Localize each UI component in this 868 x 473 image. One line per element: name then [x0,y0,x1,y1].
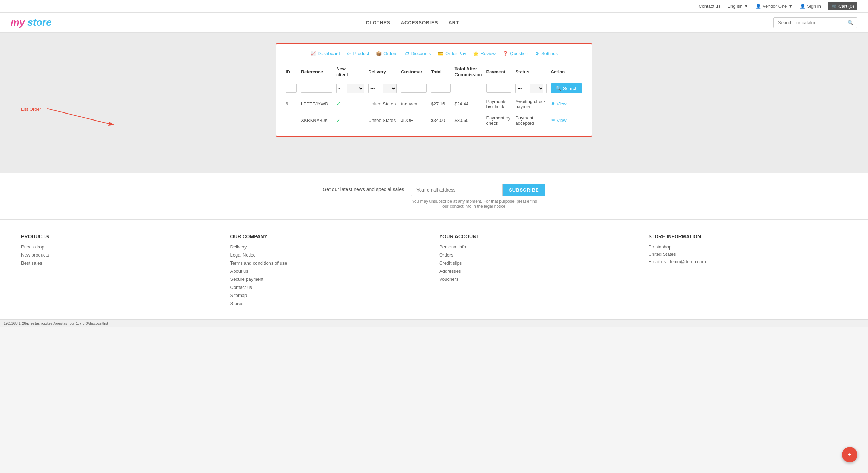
newsletter-email-input[interactable] [411,184,503,196]
cart-button[interactable]: 🛒 Cart (0) [828,2,857,10]
url-text: 192.168.1.26/prestashop/test/prestashop_… [4,321,108,325]
filter-customer-input[interactable] [401,84,427,93]
footer-personal-info[interactable]: Personal info [439,244,638,250]
row1-view-link[interactable]: 👁 View [551,101,582,106]
footer-best-sales[interactable]: Best sales [21,260,220,266]
subscribe-button[interactable]: SUBSCRIBE [503,184,545,196]
row1-payment: Payments by check [484,96,513,112]
footer-credit-slips[interactable]: Credit slips [439,260,638,266]
top-bar: Contact us English ▼ 👤 Vendor One ▼ 👤 Si… [0,0,868,13]
filter-delivery-input[interactable] [369,84,383,92]
footer-sitemap[interactable]: Sitemap [230,293,429,298]
table-row: 1 XKBKNABJK ✓ United States JDOE $34.00 … [283,112,585,129]
newsletter-inner: Get our latest news and special sales SU… [11,184,857,209]
row1-action: 👁 View [549,96,585,112]
orders-table: ID Reference Newclient Delivery Customer… [283,63,585,129]
newsletter-note: You may unsubscribe at any moment. For t… [411,199,538,209]
row1-new-client: ✓ [334,96,366,112]
footer-terms[interactable]: Terms and conditions of use [230,260,429,266]
filter-status-wrapper: --- [515,84,546,93]
col-action: Action [549,63,585,81]
filter-status-input[interactable] [516,84,530,92]
language-selector[interactable]: English ▼ [727,4,748,9]
filter-total-input[interactable] [431,84,450,93]
filter-id-input[interactable] [286,84,297,93]
filter-reference-input[interactable] [301,84,332,93]
search-input[interactable] [774,18,844,28]
newsletter-text: Get our latest news and special sales [323,184,404,192]
row1-customer: tnguyen [399,96,429,112]
list-order-annotation: List Order [21,106,41,112]
col-id: ID [283,63,299,81]
logo-store: store [25,17,51,28]
filter-id-cell [283,81,299,96]
header: my store CLOTHES ACCESSORIES ART 🔍 [0,13,868,33]
nav-accessories[interactable]: ACCESSORIES [401,20,438,25]
logo[interactable]: my store [11,17,52,28]
row2-commission: $30.60 [453,112,484,129]
filter-new-client-select[interactable]: -YesNo [347,84,364,93]
row2-payment: Payment by check [484,112,513,129]
newsletter-section: Get our latest news and special sales SU… [0,173,868,219]
row2-total: $34.00 [429,112,452,129]
footer-store-location: United States [649,252,847,257]
footer-contact-us[interactable]: Contact us [230,285,429,290]
nav-clothes[interactable]: CLOTHES [366,20,390,25]
nav-review[interactable]: ⭐ Review [473,51,496,56]
dashboard-icon: 📈 [310,51,316,56]
footer-products: PRODUCTS Prices drop New products Best s… [21,234,220,309]
footer-stores[interactable]: Stores [230,301,429,306]
nav-orders[interactable]: 📦 Orders [376,51,397,56]
row2-new-client: ✓ [334,112,366,129]
product-icon: 🛍 [347,51,352,56]
footer-your-account-heading: YOUR ACCOUNT [439,234,638,239]
footer-delivery[interactable]: Delivery [230,244,429,250]
filter-status-select[interactable]: --- [530,84,543,93]
footer-new-products[interactable]: New products [21,252,220,258]
filter-delivery-select[interactable]: --- [383,84,396,93]
filter-new-client-input[interactable] [337,84,347,92]
footer-vouchers[interactable]: Vouchers [439,277,638,282]
col-payment: Payment [484,63,513,81]
footer-about-us[interactable]: About us [230,268,429,274]
row1-id: 6 [283,96,299,112]
footer-legal-notice[interactable]: Legal Notice [230,252,429,258]
sign-in-link[interactable]: 👤 Sign in [800,4,821,9]
logo-my: my [11,17,25,28]
footer-secure-payment[interactable]: Secure payment [230,277,429,282]
col-total: Total [429,63,452,81]
check-icon: ✓ [336,117,341,123]
row1-total: $27.16 [429,96,452,112]
nav-discounts[interactable]: 🏷 Discounts [404,51,431,56]
filter-commission-cell [453,81,484,96]
search-box: 🔍 [773,17,857,28]
nav-art[interactable]: ART [448,20,459,25]
nav-order-pay[interactable]: 💳 Order Pay [438,51,466,56]
review-icon: ⭐ [473,51,479,56]
filter-payment-input[interactable] [486,84,511,93]
search-button[interactable]: 🔍 [844,18,857,28]
nav-settings[interactable]: ⚙ Settings [535,51,558,56]
main-nav: CLOTHES ACCESSORIES ART [366,20,459,25]
footer-products-heading: PRODUCTS [21,234,220,239]
row2-view-link[interactable]: 👁 View [551,118,582,123]
nav-dashboard[interactable]: 📈 Dashboard [310,51,340,56]
search-icon: 🔍 [556,86,561,91]
nav-question[interactable]: ❓ Question [503,51,528,56]
search-button[interactable]: 🔍 Search [551,83,582,93]
vendor-nav: 📈 Dashboard 🛍 Product 📦 Orders 🏷 Discoun… [283,51,585,56]
footer-orders[interactable]: Orders [439,252,638,258]
footer-our-company-heading: OUR COMPANY [230,234,429,239]
nav-product[interactable]: 🛍 Product [347,51,369,56]
filter-action-cell: 🔍 Search [549,81,585,96]
col-delivery: Delivery [366,63,399,81]
footer-store-name: Prestashop [649,244,847,250]
footer-addresses[interactable]: Addresses [439,268,638,274]
annotation-arrow [47,106,118,127]
row1-delivery: United States [366,96,399,112]
search-label: Search [563,86,577,91]
col-reference: Reference [299,63,334,81]
vendor-selector[interactable]: 👤 Vendor One ▼ [755,4,793,9]
footer-prices-drop[interactable]: Prices drop [21,244,220,250]
contact-us-link[interactable]: Contact us [698,4,720,9]
